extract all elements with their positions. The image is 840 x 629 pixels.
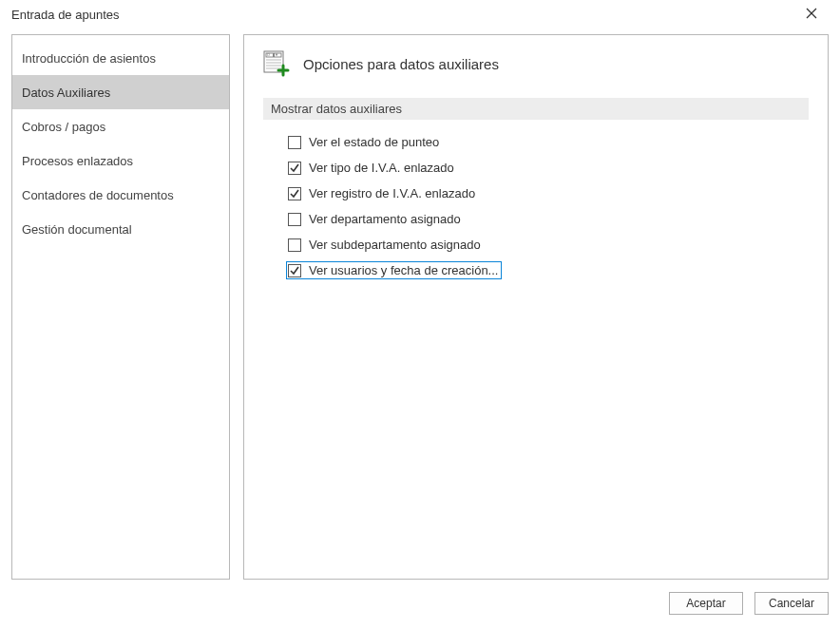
- close-button[interactable]: [792, 0, 830, 29]
- section-header: Mostrar datos auxiliares: [263, 98, 809, 120]
- sidebar-item[interactable]: Datos Auxiliares: [12, 75, 229, 109]
- checkbox-label: Ver departamento asignado: [309, 212, 461, 226]
- main-panel: D H Opciones para datos auxiliares Mostr…: [243, 34, 829, 580]
- accept-button[interactable]: Aceptar: [669, 592, 743, 615]
- checkbox-label: Ver tipo de I.V.A. enlazado: [309, 161, 454, 175]
- checkbox-option[interactable]: Ver subdepartamento asignado: [286, 236, 485, 254]
- main-title: Opciones para datos auxiliares: [303, 56, 499, 72]
- titlebar: Entrada de apuntes: [0, 0, 840, 29]
- sidebar-item-label: Contadores de documentos: [22, 188, 174, 202]
- checkbox-icon: [288, 264, 301, 277]
- checkbox-icon: [288, 136, 301, 149]
- sidebar-item-label: Gestión documental: [22, 222, 132, 237]
- sidebar-item-label: Procesos enlazados: [22, 154, 133, 168]
- checkbox-option[interactable]: Ver registro de I.V.A. enlazado: [286, 184, 479, 202]
- checkbox-label: Ver registro de I.V.A. enlazado: [309, 186, 475, 200]
- close-icon: [806, 8, 817, 22]
- checkbox-option[interactable]: Ver tipo de I.V.A. enlazado: [286, 159, 458, 177]
- sidebar-item[interactable]: Cobros / pagos: [12, 109, 229, 143]
- dialog-footer: Aceptar Cancelar: [0, 583, 840, 629]
- checkbox-option[interactable]: Ver el estado de punteo: [286, 133, 443, 151]
- window: Entrada de apuntes Introducción de asien…: [0, 0, 840, 629]
- checkbox-option[interactable]: Ver departamento asignado: [286, 210, 465, 228]
- main-header: D H Opciones para datos auxiliares: [263, 50, 809, 77]
- checkbox-icon: [288, 187, 301, 200]
- svg-text:H: H: [276, 53, 278, 57]
- svg-text:D: D: [267, 53, 270, 57]
- sidebar-item-label: Datos Auxiliares: [22, 86, 110, 100]
- checkbox-option[interactable]: Ver usuarios y fecha de creación...: [286, 261, 502, 279]
- checkbox-label: Ver subdepartamento asignado: [309, 238, 481, 252]
- checkbox-label: Ver usuarios y fecha de creación...: [309, 263, 498, 277]
- checkbox-label: Ver el estado de punteo: [309, 135, 439, 149]
- sidebar-item[interactable]: Introducción de asientos: [12, 41, 229, 75]
- checkbox-icon: [288, 213, 301, 226]
- checkbox-icon: [288, 238, 301, 252]
- sidebar-item[interactable]: Contadores de documentos: [12, 178, 229, 212]
- sidebar-item[interactable]: Procesos enlazados: [12, 143, 229, 178]
- options-list: Ver el estado de punteoVer tipo de I.V.A…: [263, 133, 809, 279]
- sidebar-item[interactable]: Gestión documental: [12, 212, 229, 246]
- sidebar-item-label: Introducción de asientos: [22, 51, 156, 66]
- sidebar-item-label: Cobros / pagos: [22, 120, 105, 134]
- dialog-body: Introducción de asientosDatos Auxiliares…: [0, 29, 840, 583]
- window-title: Entrada de apuntes: [10, 8, 119, 22]
- cancel-button[interactable]: Cancelar: [754, 592, 829, 615]
- sidebar: Introducción de asientosDatos Auxiliares…: [11, 34, 230, 580]
- options-datasheet-icon: D H: [263, 50, 290, 77]
- checkbox-icon: [288, 162, 301, 175]
